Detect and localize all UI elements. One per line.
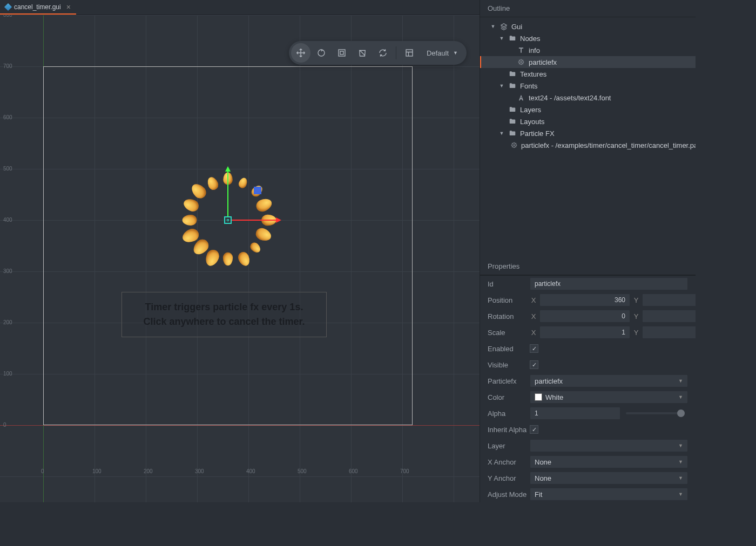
layout-dropdown[interactable]: Default ▼ [420, 49, 464, 57]
outline-item[interactable]: info [480, 44, 696, 56]
prop-label-inherit-alpha: Inherit Alpha [488, 426, 530, 434]
outline-item[interactable]: particlefx - /examples/timer/cancel_time… [480, 139, 696, 151]
gui-bounds [43, 66, 413, 425]
position-x[interactable] [539, 294, 630, 306]
ruler-y-label: 700 [3, 63, 12, 69]
scale-x[interactable] [539, 326, 630, 339]
outline-item[interactable]: ▼Nodes [480, 32, 696, 44]
svg-point-6 [521, 64, 522, 65]
prop-label-color: Color [488, 393, 530, 401]
layer-select[interactable]: ▼ [530, 439, 688, 452]
ruler-x-label: 300 [195, 468, 204, 474]
svg-point-18 [512, 143, 513, 144]
prop-label-scale: Scale [488, 329, 530, 337]
prop-label-position: Position [488, 296, 530, 304]
svg-point-14 [514, 142, 515, 144]
particlefx-select[interactable]: particlefx▼ [530, 374, 688, 387]
outline-item[interactable]: particlefx [480, 56, 696, 68]
folder-icon [508, 129, 517, 138]
ruler-x-label: 200 [144, 468, 153, 474]
scale-tool[interactable] [332, 43, 352, 63]
ruler-x-label: 500 [298, 468, 307, 474]
ruler-x-label: 0 [41, 468, 44, 474]
folder-icon [508, 70, 517, 78]
info-text-node: Timer triggers particle fx every 1s.Clic… [122, 292, 327, 337]
x-anchor-select[interactable]: None▼ [530, 455, 688, 468]
rotate-tool[interactable] [312, 43, 331, 63]
close-tab-icon[interactable]: × [66, 3, 71, 11]
ruler-y-label: 600 [3, 114, 12, 120]
svg-point-8 [523, 62, 524, 63]
id-input[interactable] [530, 277, 688, 290]
ruler-x-label: 600 [349, 468, 358, 474]
scale-y[interactable] [642, 326, 696, 339]
tab-label: cancel_timer.gui [14, 3, 61, 11]
ruler-y-label: 0 [3, 422, 6, 428]
outline-item[interactable]: Layouts [480, 115, 696, 127]
y-anchor-select[interactable]: None▼ [530, 472, 688, 484]
visible-checkbox[interactable] [530, 360, 538, 369]
chevron-down-icon: ▼ [453, 50, 458, 56]
outline-item[interactable]: text24 - /assets/text24.font [480, 92, 696, 104]
prop-label-y-anchor: Y Anchor [488, 474, 530, 482]
scene-viewport[interactable]: 0100200300400500600700010020030040050060… [0, 15, 480, 502]
outline-item[interactable]: Layers [480, 104, 696, 115]
prop-label-layer: Layer [488, 442, 530, 450]
font-icon [517, 93, 525, 102]
ruler-y-label: 100 [3, 371, 12, 377]
color-select[interactable]: White▼ [530, 391, 688, 404]
svg-point-15 [514, 147, 515, 148]
svg-point-19 [515, 143, 516, 144]
folder-icon [508, 81, 517, 90]
prop-label-x-anchor: X Anchor [488, 458, 530, 466]
prop-label-alpha: Alpha [488, 410, 530, 418]
particle-icon [510, 141, 518, 149]
gui-file-icon [4, 3, 12, 10]
svg-point-11 [519, 63, 520, 64]
svg-point-17 [516, 145, 517, 146]
outline-title: Outline [480, 0, 696, 17]
svg-point-0 [318, 50, 325, 56]
folder-icon [508, 34, 517, 43]
inherit-alpha-checkbox[interactable] [530, 425, 538, 434]
properties-title: Properties [480, 258, 696, 275]
folder-icon [508, 105, 517, 114]
enabled-checkbox[interactable] [530, 344, 538, 353]
rotation-y[interactable] [642, 310, 696, 323]
svg-point-4 [521, 62, 522, 63]
layout-tool[interactable] [400, 43, 419, 63]
rotation-x[interactable] [539, 310, 630, 323]
delete-tool[interactable] [353, 43, 372, 63]
tab-bar: cancel_timer.gui × [0, 0, 480, 15]
outline-item[interactable]: Textures [480, 68, 696, 80]
prop-label-visible: Visible [488, 361, 530, 369]
particle-icon [517, 58, 525, 66]
svg-point-16 [511, 145, 512, 146]
folder-icon [508, 117, 517, 126]
outline-item[interactable]: ▼Gui [480, 21, 696, 32]
ruler-y-label: 300 [3, 268, 12, 274]
alpha-slider[interactable] [626, 412, 685, 414]
move-tool[interactable] [291, 43, 310, 63]
properties-panel: Id Position X Y Z Rotation X Y Z [480, 275, 696, 502]
ruler-x-label: 400 [246, 468, 255, 474]
svg-point-12 [522, 63, 523, 64]
alpha-input[interactable] [530, 407, 620, 420]
stack-icon [500, 22, 508, 31]
position-y[interactable] [642, 294, 696, 306]
svg-rect-1 [339, 50, 345, 56]
outline-item[interactable]: ▼Fonts [480, 80, 696, 92]
outline-item[interactable]: ▼Particle FX [480, 127, 696, 139]
svg-rect-2 [340, 51, 343, 54]
refresh-tool[interactable] [373, 43, 393, 63]
adjust-mode-select[interactable]: Fit▼ [530, 488, 688, 501]
ruler-y-label: 800 [3, 15, 12, 18]
svg-rect-3 [406, 50, 413, 56]
ruler-x-label: 100 [92, 468, 102, 474]
svg-point-10 [522, 60, 523, 61]
color-swatch-icon [535, 393, 542, 401]
file-tab[interactable]: cancel_timer.gui × [0, 0, 76, 15]
prop-label-enabled: Enabled [488, 345, 530, 353]
ruler-y-label: 500 [3, 166, 12, 172]
svg-point-9 [519, 60, 520, 61]
